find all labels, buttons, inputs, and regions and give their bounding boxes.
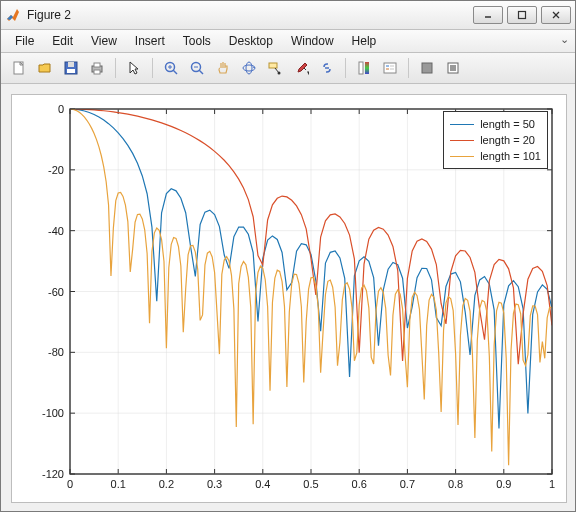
pointer-icon[interactable] [122, 56, 146, 80]
matlab-icon [5, 7, 21, 23]
window-title: Figure 2 [27, 8, 473, 22]
svg-text:0.8: 0.8 [448, 478, 463, 490]
legend-label-0: length = 50 [480, 118, 535, 130]
svg-text:0.6: 0.6 [352, 478, 367, 490]
titlebar[interactable]: Figure 2 [1, 1, 575, 30]
legend[interactable]: length = 50 length = 20 length = 101 [443, 111, 548, 169]
rotate3d-icon[interactable] [237, 56, 261, 80]
svg-rect-6 [68, 62, 74, 67]
svg-point-19 [246, 62, 252, 74]
brush-icon[interactable]: ▾ [289, 56, 313, 80]
print-icon[interactable] [85, 56, 109, 80]
data-cursor-icon[interactable] [263, 56, 287, 80]
menu-file[interactable]: File [7, 32, 42, 50]
link-icon[interactable] [315, 56, 339, 80]
svg-text:0.9: 0.9 [496, 478, 511, 490]
svg-rect-33 [450, 65, 456, 71]
show-plot-icon[interactable] [441, 56, 465, 80]
svg-text:-120: -120 [42, 468, 64, 480]
menu-dock-icon[interactable]: ⌄ [560, 33, 569, 46]
menu-window[interactable]: Window [283, 32, 342, 50]
legend-entry-0[interactable]: length = 50 [450, 116, 541, 132]
svg-text:-40: -40 [48, 225, 64, 237]
pan-icon[interactable] [211, 56, 235, 80]
svg-text:0: 0 [58, 103, 64, 115]
svg-text:-20: -20 [48, 164, 64, 176]
svg-line-16 [199, 70, 203, 74]
legend-entry-1[interactable]: length = 20 [450, 132, 541, 148]
svg-text:0.1: 0.1 [111, 478, 126, 490]
figure-window: Figure 2 File Edit View Insert Tools Des… [0, 0, 576, 512]
svg-rect-31 [422, 63, 432, 73]
legend-swatch-2 [450, 156, 474, 157]
legend-swatch-1 [450, 140, 474, 141]
svg-text:-80: -80 [48, 346, 64, 358]
save-icon[interactable] [59, 56, 83, 80]
zoom-in-icon[interactable] [159, 56, 183, 80]
svg-text:-100: -100 [42, 407, 64, 419]
colorbar-icon[interactable] [352, 56, 376, 80]
minimize-button[interactable] [473, 6, 503, 24]
svg-rect-24 [359, 62, 363, 74]
legend-label-1: length = 20 [480, 134, 535, 146]
svg-text:0.7: 0.7 [400, 478, 415, 490]
menu-tools[interactable]: Tools [175, 32, 219, 50]
svg-text:-60: -60 [48, 286, 64, 298]
legend-entry-2[interactable]: length = 101 [450, 148, 541, 164]
svg-text:0.2: 0.2 [159, 478, 174, 490]
menu-edit[interactable]: Edit [44, 32, 81, 50]
svg-point-22 [278, 72, 281, 75]
svg-rect-25 [365, 62, 369, 74]
svg-line-12 [173, 70, 177, 74]
menu-desktop[interactable]: Desktop [221, 32, 281, 50]
axes-panel[interactable]: 00.10.20.30.40.50.60.70.80.910-20-40-60-… [11, 94, 567, 503]
close-button[interactable] [541, 6, 571, 24]
legend-label-2: length = 101 [480, 150, 541, 162]
svg-text:0.5: 0.5 [303, 478, 318, 490]
legend-swatch-0 [450, 124, 474, 125]
svg-text:0.3: 0.3 [207, 478, 222, 490]
svg-rect-10 [94, 70, 100, 74]
svg-rect-20 [269, 63, 277, 68]
menu-view[interactable]: View [83, 32, 125, 50]
toolbar: ▾ [1, 53, 575, 84]
zoom-out-icon[interactable] [185, 56, 209, 80]
maximize-button[interactable] [507, 6, 537, 24]
svg-rect-26 [384, 63, 396, 73]
svg-rect-9 [94, 63, 100, 67]
svg-text:1: 1 [549, 478, 555, 490]
svg-rect-7 [67, 69, 75, 73]
figure-canvas: 00.10.20.30.40.50.60.70.80.910-20-40-60-… [1, 84, 575, 511]
menubar: File Edit View Insert Tools Desktop Wind… [1, 30, 575, 53]
window-buttons [473, 6, 571, 24]
legend-icon[interactable] [378, 56, 402, 80]
new-file-icon[interactable] [7, 56, 31, 80]
svg-text:0: 0 [67, 478, 73, 490]
svg-text:0.4: 0.4 [255, 478, 270, 490]
hide-plot-icon[interactable] [415, 56, 439, 80]
svg-rect-1 [519, 12, 526, 19]
menu-insert[interactable]: Insert [127, 32, 173, 50]
svg-text:▾: ▾ [307, 69, 309, 76]
open-file-icon[interactable] [33, 56, 57, 80]
menu-help[interactable]: Help [344, 32, 385, 50]
